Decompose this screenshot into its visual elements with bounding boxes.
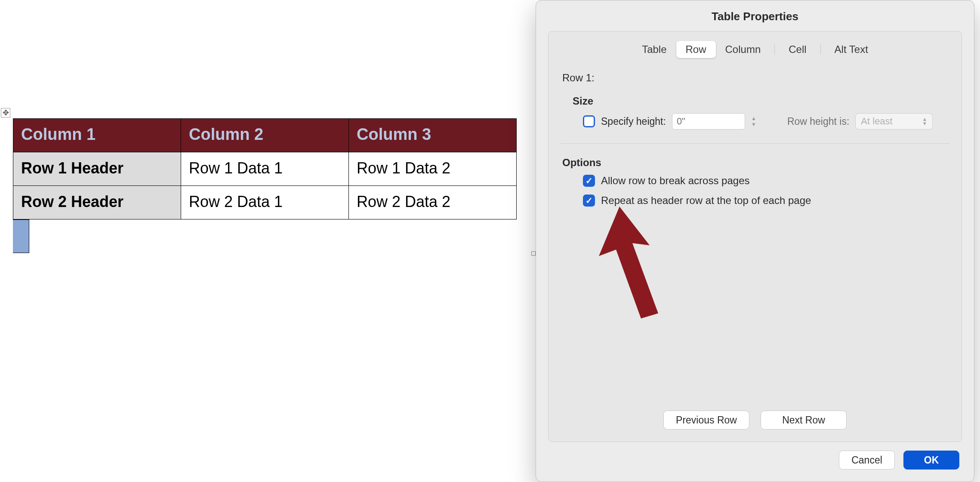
document-table-area: ✥ Column 1 Column 2 Column 3 Row 1 Heade… <box>13 118 517 253</box>
col-header[interactable]: Column 1 <box>13 119 181 152</box>
stepper-down-icon[interactable] <box>751 122 762 127</box>
document-table[interactable]: Column 1 Column 2 Column 3 Row 1 Header … <box>13 118 517 219</box>
row-indicator-label: Row 1: <box>562 72 949 84</box>
row-selection-highlight <box>13 219 29 253</box>
dialog-footer: Cancel OK <box>536 451 974 482</box>
stepper-up-icon[interactable] <box>751 116 762 121</box>
specify-height-input[interactable] <box>672 113 745 130</box>
repeat-header-checkbox[interactable] <box>583 195 595 207</box>
dialog-body: Table Row Column Cell Alt Text Row 1: Si… <box>548 31 962 442</box>
tab-row[interactable]: Row <box>676 41 716 58</box>
table-row[interactable]: Row 2 Header Row 2 Data 1 Row 2 Data 2 <box>13 186 517 219</box>
table-properties-dialog: Table Properties Table Row Column Cell A… <box>536 0 974 482</box>
repeat-header-label: Repeat as header row at the top of each … <box>601 195 811 207</box>
select-chevrons-icon <box>922 117 927 126</box>
option-repeat-header: Repeat as header row at the top of each … <box>583 195 949 207</box>
allow-break-checkbox[interactable] <box>583 175 595 187</box>
row-height-select[interactable]: At least <box>855 113 933 130</box>
table-move-handle-icon[interactable]: ✥ <box>1 108 10 117</box>
col-header[interactable]: Column 3 <box>349 119 517 152</box>
table-cell[interactable]: Row 2 Data 1 <box>181 186 349 219</box>
table-cell[interactable]: Row 1 Data 2 <box>349 152 517 186</box>
row-header-cell[interactable]: Row 1 Header <box>13 152 181 186</box>
size-section-label: Size <box>573 95 949 107</box>
tab-table[interactable]: Table <box>632 41 676 58</box>
row-header-cell[interactable]: Row 2 Header <box>13 186 181 219</box>
section-divider <box>561 143 949 144</box>
tab-separator <box>774 44 775 55</box>
table-row[interactable]: Row 1 Header Row 1 Data 1 Row 1 Data 2 <box>13 152 517 186</box>
tab-separator <box>820 44 821 55</box>
table-cell[interactable]: Row 1 Data 1 <box>181 152 349 186</box>
tab-alt-text[interactable]: Alt Text <box>825 41 878 58</box>
cancel-button[interactable]: Cancel <box>839 451 895 470</box>
dialog-title: Table Properties <box>536 0 974 31</box>
row-nav: Previous Row Next Row <box>561 411 949 433</box>
table-header-row[interactable]: Column 1 Column 2 Column 3 <box>13 119 517 152</box>
dialog-tabs: Table Row Column Cell Alt Text <box>561 41 949 58</box>
option-allow-break: Allow row to break across pages <box>583 175 949 187</box>
row-height-select-value: At least <box>861 116 892 127</box>
next-row-button[interactable]: Next Row <box>761 411 847 429</box>
row-height-is-label: Row height is: <box>787 116 849 127</box>
col-header[interactable]: Column 2 <box>181 119 349 152</box>
table-resize-handle-icon[interactable] <box>531 251 536 256</box>
allow-break-label: Allow row to break across pages <box>601 175 750 187</box>
options-section-label: Options <box>562 157 949 169</box>
table-cell[interactable]: Row 2 Data 2 <box>349 186 517 219</box>
previous-row-button[interactable]: Previous Row <box>663 411 749 429</box>
tab-cell[interactable]: Cell <box>779 41 816 58</box>
specify-height-label: Specify height: <box>601 116 666 127</box>
size-controls: Specify height: Row height is: At least <box>583 113 949 130</box>
height-stepper[interactable] <box>751 113 762 130</box>
tab-column[interactable]: Column <box>716 41 770 58</box>
specify-height-checkbox[interactable] <box>583 115 595 127</box>
ok-button[interactable]: OK <box>903 451 959 470</box>
